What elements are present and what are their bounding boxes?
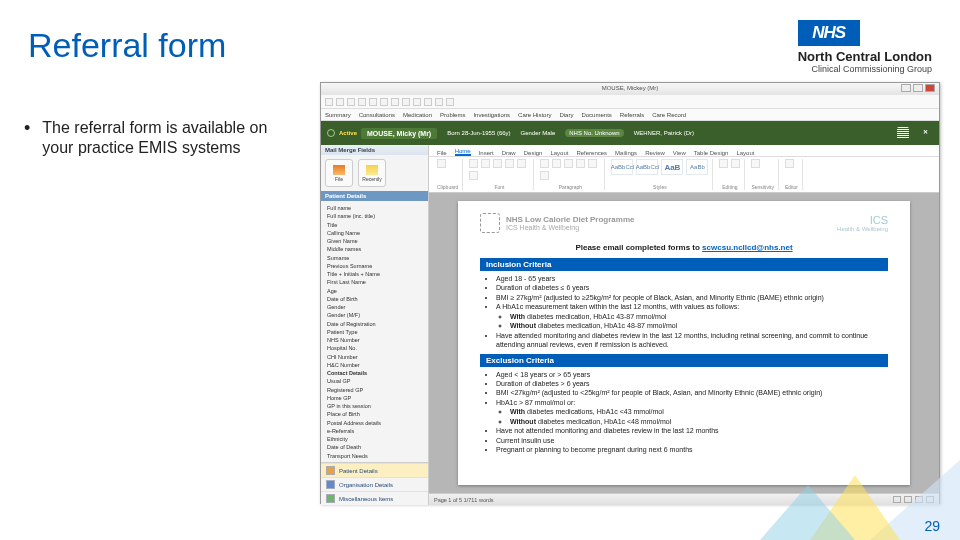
toolbar-icon[interactable] bbox=[358, 98, 366, 106]
menu-item[interactable]: Care History bbox=[518, 112, 551, 118]
footer-tab-misc[interactable]: Miscellaneous Items bbox=[321, 491, 428, 505]
field-item[interactable]: Date of Death bbox=[327, 443, 422, 451]
field-item[interactable]: First Last Name bbox=[327, 278, 422, 286]
menu-item[interactable]: Investigations bbox=[473, 112, 510, 118]
field-item[interactable]: Title bbox=[327, 221, 422, 229]
number-list-icon[interactable] bbox=[552, 159, 561, 168]
bullet-list-icon[interactable] bbox=[540, 159, 549, 168]
close-button[interactable] bbox=[925, 84, 935, 92]
ribbon-tab[interactable]: Design bbox=[524, 150, 543, 156]
field-item[interactable]: Gender (M/F) bbox=[327, 311, 422, 319]
bold-icon[interactable] bbox=[481, 159, 490, 168]
line-spacing-icon[interactable] bbox=[588, 159, 597, 168]
ribbon-tab[interactable]: Layout bbox=[550, 150, 568, 156]
toolbar-icon[interactable] bbox=[391, 98, 399, 106]
ribbon-tab[interactable]: References bbox=[576, 150, 607, 156]
pb-search-icon[interactable] bbox=[327, 129, 335, 137]
replace-icon[interactable] bbox=[731, 159, 740, 168]
field-item[interactable]: Gender bbox=[327, 303, 422, 311]
ribbon-tab[interactable]: Table Design bbox=[694, 150, 729, 156]
field-item[interactable]: Full name bbox=[327, 204, 422, 212]
field-item[interactable]: Calling Name bbox=[327, 229, 422, 237]
ribbon-tab[interactable]: File bbox=[437, 150, 447, 156]
ribbon-tab[interactable]: Draw bbox=[502, 150, 516, 156]
field-item[interactable]: GP in this session bbox=[327, 402, 422, 410]
calendar-icon[interactable] bbox=[897, 127, 909, 139]
field-item[interactable]: Registered GP bbox=[327, 386, 422, 394]
toolbar-icon[interactable] bbox=[347, 98, 355, 106]
style-preview[interactable]: AaBbCcl bbox=[611, 159, 633, 175]
footer-tab-patient[interactable]: Patient Details bbox=[321, 463, 428, 477]
underline-icon[interactable] bbox=[505, 159, 514, 168]
document-viewport[interactable]: NHS Low Calorie Diet Programme ICS Healt… bbox=[429, 193, 939, 493]
editor-icon[interactable] bbox=[785, 159, 794, 168]
menu-item[interactable]: Consultations bbox=[359, 112, 395, 118]
close-precis-icon[interactable]: ✕ bbox=[923, 128, 933, 138]
toolbar-icon[interactable] bbox=[435, 98, 443, 106]
field-item[interactable]: Date of Birth bbox=[327, 295, 422, 303]
toolbar-icon[interactable] bbox=[424, 98, 432, 106]
toolbar-icon[interactable] bbox=[413, 98, 421, 106]
field-item[interactable]: CHI Number bbox=[327, 353, 422, 361]
field-item[interactable]: Given Name bbox=[327, 237, 422, 245]
view-mode-icon[interactable] bbox=[915, 496, 923, 503]
menu-item[interactable]: Problems bbox=[440, 112, 465, 118]
minimize-button[interactable] bbox=[901, 84, 911, 92]
field-item[interactable]: e-Referrals bbox=[327, 427, 422, 435]
maximize-button[interactable] bbox=[913, 84, 923, 92]
menu-item[interactable]: Care Record bbox=[652, 112, 686, 118]
field-item[interactable]: Title + Initials + Name bbox=[327, 270, 422, 278]
email-link[interactable]: scwcsu.ncllcd@nhs.net bbox=[702, 243, 793, 252]
toolbar-icon[interactable] bbox=[325, 98, 333, 106]
align-icon[interactable] bbox=[576, 159, 585, 168]
recently-button[interactable]: Recently bbox=[358, 159, 386, 187]
field-item[interactable]: Age bbox=[327, 287, 422, 295]
field-item[interactable]: Transport Needs bbox=[327, 452, 422, 460]
ribbon-tab[interactable]: Insert bbox=[479, 150, 494, 156]
toolbar-icon[interactable] bbox=[336, 98, 344, 106]
toolbar-icon[interactable] bbox=[402, 98, 410, 106]
paste-icon[interactable] bbox=[437, 159, 446, 168]
menu-item[interactable]: Documents bbox=[581, 112, 611, 118]
zoom-slider[interactable] bbox=[926, 496, 934, 503]
field-item[interactable]: Ethnicity bbox=[327, 435, 422, 443]
font-color-icon[interactable] bbox=[517, 159, 526, 168]
menu-item[interactable]: Summary bbox=[325, 112, 351, 118]
field-item[interactable]: Place of Birth bbox=[327, 410, 422, 418]
view-mode-icon[interactable] bbox=[893, 496, 901, 503]
field-item[interactable]: Previous Surname bbox=[327, 262, 422, 270]
field-item[interactable]: Date of Registration bbox=[327, 320, 422, 328]
menu-item[interactable]: Medication bbox=[403, 112, 432, 118]
field-item[interactable]: Patient Type bbox=[327, 328, 422, 336]
menu-item[interactable]: Referrals bbox=[620, 112, 644, 118]
field-item[interactable]: NHS Number bbox=[327, 336, 422, 344]
shading-icon[interactable] bbox=[540, 171, 549, 180]
field-item[interactable]: Hospital No. bbox=[327, 344, 422, 352]
indent-icon[interactable] bbox=[564, 159, 573, 168]
style-preview[interactable]: AaBbCcl bbox=[636, 159, 658, 175]
toolbar-icon[interactable] bbox=[369, 98, 377, 106]
font-icon[interactable] bbox=[469, 159, 478, 168]
field-item[interactable]: Middle names bbox=[327, 245, 422, 253]
toolbar-icon[interactable] bbox=[380, 98, 388, 106]
field-item[interactable]: Postal Address details bbox=[327, 419, 422, 427]
menu-item[interactable]: Diary bbox=[559, 112, 573, 118]
patient-field-list[interactable]: Full name Full name (inc. title) Title C… bbox=[321, 201, 428, 462]
footer-tab-org[interactable]: Organisation Details bbox=[321, 477, 428, 491]
field-item[interactable]: Home GP bbox=[327, 394, 422, 402]
view-mode-icon[interactable] bbox=[904, 496, 912, 503]
find-icon[interactable] bbox=[719, 159, 728, 168]
toolbar-icon[interactable] bbox=[446, 98, 454, 106]
sensitivity-icon[interactable] bbox=[751, 159, 760, 168]
ribbon-tab[interactable]: Home bbox=[455, 148, 471, 156]
field-item[interactable]: Usual GP bbox=[327, 377, 422, 385]
field-item[interactable]: H&C Number bbox=[327, 361, 422, 369]
style-preview[interactable]: AaBb bbox=[686, 159, 708, 175]
italic-icon[interactable] bbox=[493, 159, 502, 168]
highlight-icon[interactable] bbox=[469, 171, 478, 180]
ribbon-tab[interactable]: Mailings bbox=[615, 150, 637, 156]
field-item[interactable]: Contact Details bbox=[327, 369, 422, 377]
ribbon-tab[interactable]: View bbox=[673, 150, 686, 156]
field-item[interactable]: Surname bbox=[327, 254, 422, 262]
field-item[interactable]: Full name (inc. title) bbox=[327, 212, 422, 220]
